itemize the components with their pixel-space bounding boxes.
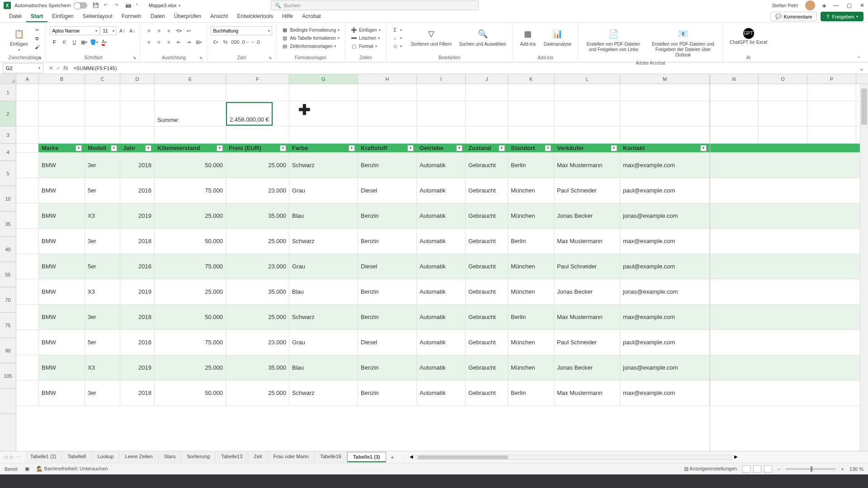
- cell[interactable]: [120, 84, 155, 101]
- cell[interactable]: [155, 127, 226, 143]
- cell[interactable]: [16, 101, 39, 126]
- filter-button[interactable]: ▾: [145, 145, 151, 151]
- table-header-cell[interactable]: Kilometerstand▾: [155, 144, 226, 152]
- zoom-slider[interactable]: [786, 468, 835, 470]
- cell[interactable]: Benzin: [358, 229, 417, 253]
- column-header-I[interactable]: I: [417, 74, 466, 84]
- table-row[interactable]: BMW5er201675.00023.000GrauDieselAutomati…: [16, 330, 868, 355]
- scroll-left-icon[interactable]: ◀: [410, 454, 413, 459]
- cell[interactable]: 25.000: [226, 305, 289, 329]
- menu-item-einfügen[interactable]: Einfügen: [47, 11, 78, 22]
- cell[interactable]: 25.000: [155, 355, 226, 380]
- scrollbar-thumb[interactable]: [861, 89, 867, 125]
- italic-button[interactable]: K: [60, 38, 69, 47]
- column-header-B[interactable]: B: [39, 74, 85, 84]
- cell[interactable]: [16, 254, 39, 279]
- sheet-tab[interactable]: Lookup: [92, 452, 119, 462]
- horizontal-scrollbar[interactable]: ◀ ▶: [415, 455, 732, 460]
- sheet-tab[interactable]: Frau oder Mann: [268, 452, 315, 462]
- cell[interactable]: 50.000: [155, 229, 226, 253]
- cell[interactable]: [807, 84, 856, 101]
- table-header-cell[interactable]: Getriebe▾: [417, 144, 466, 152]
- number-format-select[interactable]: Buchhaltung▾: [211, 26, 272, 35]
- cell[interactable]: [16, 330, 39, 355]
- menu-item-start[interactable]: Start: [26, 11, 47, 22]
- row-header[interactable]: 10: [0, 186, 16, 211]
- cell[interactable]: [289, 84, 358, 101]
- cell[interactable]: Diesel: [358, 330, 417, 355]
- cell[interactable]: BMW: [39, 229, 85, 253]
- comments-button[interactable]: 💬 Kommentare: [770, 12, 817, 21]
- sheet-tab[interactable]: Tabelle1 (2): [25, 452, 62, 462]
- cell[interactable]: Grau: [289, 178, 358, 203]
- cell[interactable]: 5er: [85, 330, 120, 355]
- find-select-button[interactable]: 🔍 Suchen und Auswählen: [456, 26, 509, 49]
- cell[interactable]: BMW: [39, 305, 85, 329]
- cell[interactable]: Gebraucht: [466, 229, 508, 253]
- cell[interactable]: [16, 153, 39, 178]
- cell[interactable]: [358, 127, 417, 143]
- normal-view-button[interactable]: [742, 465, 750, 473]
- filter-button[interactable]: ▾: [217, 145, 223, 151]
- table-header-cell[interactable]: Preis (EUR)▾: [226, 144, 289, 152]
- align-middle-button[interactable]: ≡: [154, 26, 163, 35]
- cell[interactable]: Max Mustermann: [554, 305, 620, 329]
- close-button[interactable]: ✕: [860, 2, 864, 9]
- cell[interactable]: [16, 229, 39, 253]
- expand-formula-bar-button[interactable]: ⌄: [855, 64, 868, 72]
- zoom-level[interactable]: 130 %: [849, 466, 863, 472]
- menu-item-acrobat[interactable]: Acrobat: [297, 11, 325, 22]
- cell[interactable]: jonas@example.com: [620, 279, 710, 304]
- increase-decimal-button[interactable]: .0→: [241, 38, 250, 47]
- insert-cells-button[interactable]: ➕Einfügen▾: [349, 26, 382, 33]
- cell[interactable]: Automatik: [417, 380, 466, 405]
- cell[interactable]: [16, 127, 39, 143]
- camera-icon[interactable]: 📷: [125, 2, 132, 9]
- cut-button[interactable]: ✂: [32, 26, 42, 33]
- share-button[interactable]: ⇪ Freigeben ▾: [821, 12, 863, 21]
- cell[interactable]: 2019: [120, 355, 155, 380]
- avatar[interactable]: [805, 0, 815, 10]
- cell[interactable]: [554, 101, 620, 126]
- cell[interactable]: 2018: [120, 380, 155, 405]
- sum-value-cell[interactable]: 2.458.000,00 €: [226, 102, 273, 126]
- acrobat-pdf-outlook-button[interactable]: 📧 Erstellen von PDF-Dateien und Freigebe…: [647, 26, 719, 60]
- underline-button[interactable]: U: [70, 38, 79, 47]
- cell[interactable]: Gebraucht: [466, 380, 508, 405]
- column-header-A[interactable]: A: [16, 74, 39, 84]
- cell[interactable]: Benzin: [358, 279, 417, 304]
- cell[interactable]: max@example.com: [620, 229, 710, 253]
- autosum-button[interactable]: Σ▾: [390, 26, 404, 33]
- cell[interactable]: [417, 84, 466, 101]
- diamond-icon[interactable]: ◈: [822, 3, 826, 9]
- column-header-P[interactable]: P: [807, 74, 856, 84]
- cell[interactable]: X3: [85, 355, 120, 380]
- cell[interactable]: max@example.com: [620, 380, 710, 405]
- cell[interactable]: [759, 84, 807, 101]
- windows-taskbar[interactable]: [0, 474, 868, 488]
- cell[interactable]: [710, 84, 759, 101]
- zoom-out-button[interactable]: −: [778, 466, 780, 472]
- cell[interactable]: Automatik: [417, 203, 466, 228]
- filter-button[interactable]: ▾: [456, 145, 462, 151]
- menu-item-ansicht[interactable]: Ansicht: [206, 11, 232, 22]
- cell[interactable]: [39, 84, 85, 101]
- cell[interactable]: 2018: [120, 153, 155, 178]
- new-sheet-button[interactable]: +: [386, 454, 399, 461]
- menu-item-daten[interactable]: Daten: [146, 11, 170, 22]
- cell[interactable]: Benzin: [358, 355, 417, 380]
- delete-cells-button[interactable]: ➖Löschen▾: [349, 34, 382, 42]
- cell[interactable]: 2016: [120, 178, 155, 203]
- cell[interactable]: 50.000: [155, 305, 226, 329]
- vertical-scrollbar[interactable]: [860, 84, 868, 451]
- cell[interactable]: BMW: [39, 203, 85, 228]
- decrease-font-button[interactable]: A↓: [127, 26, 137, 35]
- column-header-D[interactable]: D: [120, 74, 155, 84]
- table-header-cell[interactable]: Jahr▾: [120, 144, 155, 152]
- filter-button[interactable]: ▾: [499, 145, 505, 151]
- filter-button[interactable]: ▾: [349, 145, 355, 151]
- copy-button[interactable]: ⧉: [32, 35, 42, 42]
- cell[interactable]: [710, 127, 759, 143]
- cell[interactable]: Jonas Becker: [554, 279, 620, 304]
- column-header-G[interactable]: G: [289, 74, 358, 84]
